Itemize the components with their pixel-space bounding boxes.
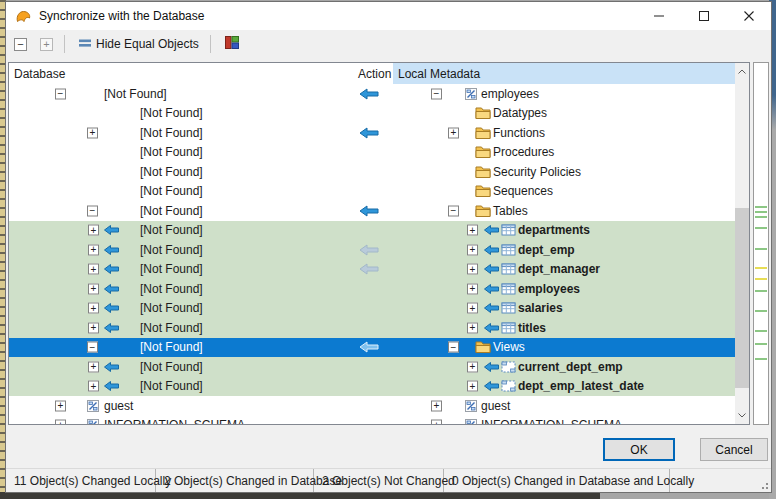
sync-direction-arrow-icon	[104, 381, 119, 391]
tree-row[interactable]: [Not Found]Security Policies	[9, 162, 735, 182]
tree-label: current_dept_emp	[518, 360, 623, 374]
tree-row[interactable]: +[Not Found]+salaries	[9, 299, 735, 319]
tree-row[interactable]: +[Not Found]+dept_emp_latest_date	[9, 377, 735, 397]
expander-expand-icon[interactable]: +	[448, 127, 459, 138]
tree-label: guest	[481, 399, 510, 413]
collapse-all-button[interactable]: −	[9, 32, 32, 56]
expander-expand-icon[interactable]: +	[88, 381, 99, 392]
tree-label: [Not Found]	[140, 243, 203, 257]
sync-direction-arrow-icon	[104, 264, 119, 274]
expander-expand-icon[interactable]: +	[467, 361, 478, 372]
maximize-button[interactable]	[681, 2, 726, 30]
ok-button[interactable]: OK	[603, 438, 675, 461]
expander-expand-icon[interactable]: +	[88, 283, 99, 294]
expander-expand-icon[interactable]: +	[467, 225, 478, 236]
window-title: Synchronize with the Database	[39, 9, 204, 23]
expander-expand-icon[interactable]: +	[88, 303, 99, 314]
tree-label: [Not Found]	[140, 321, 203, 335]
tree-label: Functions	[493, 126, 545, 140]
expand-all-button[interactable]: +	[35, 32, 58, 56]
close-button[interactable]	[726, 2, 771, 30]
tree-row[interactable]: [Not Found]Datatypes	[9, 104, 735, 124]
expander-collapse-icon[interactable]: −	[87, 205, 98, 216]
expander-expand-icon[interactable]: +	[55, 420, 66, 424]
expander-collapse-icon[interactable]: −	[448, 205, 459, 216]
column-colors-button[interactable]	[220, 32, 244, 56]
tree-row[interactable]: −[Not Found]−Tables	[9, 201, 735, 221]
scroll-up-button[interactable]	[735, 63, 749, 80]
scroll-down-button[interactable]	[735, 407, 749, 424]
tree-label: titles	[518, 321, 546, 335]
expander-expand-icon[interactable]: +	[467, 283, 478, 294]
sync-direction-arrow-icon	[104, 245, 119, 255]
tree-row[interactable]: +[Not Found]+employees	[9, 279, 735, 299]
expander-expand-icon[interactable]: +	[467, 322, 478, 333]
tree-label: [Not Found]	[140, 282, 203, 296]
cancel-button[interactable]: Cancel	[700, 438, 768, 461]
tree-row[interactable]: +[Not Found]+Functions	[9, 123, 735, 143]
vertical-scrollbar[interactable]	[735, 63, 749, 424]
schema-icon	[86, 418, 100, 424]
expander-expand-icon[interactable]: +	[88, 361, 99, 372]
resize-grip[interactable]	[759, 480, 769, 490]
expander-expand-icon[interactable]: +	[88, 225, 99, 236]
expander-expand-icon[interactable]: +	[467, 381, 478, 392]
expander-expand-icon[interactable]: +	[431, 420, 442, 424]
tree-row[interactable]: +[Not Found]+departments	[9, 221, 735, 241]
column-header-action: Action	[358, 63, 391, 84]
tree-row[interactable]: −[Not Found]−employees	[9, 84, 735, 104]
hide-equal-objects-button[interactable]: Hide Equal Objects	[74, 32, 204, 56]
tree-row[interactable]: +[Not Found]+current_dept_emp	[9, 357, 735, 377]
expander-expand-icon[interactable]: +	[467, 244, 478, 255]
expand-all-icon: +	[40, 38, 53, 51]
tree-label: [Not Found]	[140, 379, 203, 393]
expander-collapse-icon[interactable]: −	[448, 342, 459, 353]
expander-expand-icon[interactable]: +	[55, 400, 66, 411]
tree-row[interactable]: [Not Found]Sequences	[9, 182, 735, 202]
tree-label: [Not Found]	[140, 301, 203, 315]
expander-expand-icon[interactable]: +	[431, 400, 442, 411]
sync-direction-arrow-icon	[104, 303, 119, 313]
sync-direction-arrow-icon	[104, 284, 119, 294]
change-marker	[755, 310, 767, 312]
tree-row[interactable]: +[Not Found]+titles	[9, 318, 735, 338]
action-arrow-icon[interactable]	[359, 263, 379, 275]
minimize-button[interactable]	[636, 2, 681, 30]
expander-collapse-icon[interactable]: −	[431, 88, 442, 99]
tree-row[interactable]: +[Not Found]+dept_emp	[9, 240, 735, 260]
tree-label: salaries	[518, 301, 563, 315]
expander-expand-icon[interactable]: +	[467, 303, 478, 314]
change-marker	[755, 290, 767, 292]
collapse-all-icon: −	[14, 38, 27, 51]
action-arrow-icon[interactable]	[359, 341, 379, 353]
tree-row[interactable]: +[Not Found]+dept_manager	[9, 260, 735, 280]
status-changed-locally: 11 Object(s) Changed Locally	[6, 469, 156, 492]
schema-icon	[464, 399, 478, 413]
expander-expand-icon[interactable]: +	[467, 264, 478, 275]
expander-expand-icon[interactable]: +	[87, 127, 98, 138]
expander-collapse-icon[interactable]: −	[87, 342, 98, 353]
expander-expand-icon[interactable]: +	[88, 322, 99, 333]
tree-label: [Not Found]	[140, 262, 203, 276]
scrollbar-thumb[interactable]	[735, 208, 749, 388]
action-arrow-icon[interactable]	[359, 205, 379, 217]
titlebar: Synchronize with the Database	[6, 2, 771, 30]
folder-icon	[475, 126, 491, 139]
table-icon	[501, 263, 516, 276]
action-arrow-icon[interactable]	[359, 88, 379, 100]
equal-bars-icon	[79, 37, 91, 51]
folder-icon	[475, 107, 491, 120]
tree-header: Database Action Local Metadata	[9, 63, 735, 85]
expander-expand-icon[interactable]: +	[88, 244, 99, 255]
expander-expand-icon[interactable]: +	[88, 264, 99, 275]
tree-label: Security Policies	[493, 165, 581, 179]
action-arrow-icon[interactable]	[359, 244, 379, 256]
action-arrow-icon[interactable]	[359, 127, 379, 139]
tree-label: [Not Found]	[140, 145, 203, 159]
tree-label: employees	[481, 87, 539, 101]
tree-row[interactable]: +guest+guest	[9, 396, 735, 416]
tree-row[interactable]: [Not Found]Procedures	[9, 143, 735, 163]
tree-row[interactable]: −[Not Found]−Views	[9, 338, 735, 358]
expander-collapse-icon[interactable]: −	[55, 88, 66, 99]
tree-row[interactable]: +INFORMATION_SCHEMA+INFORMATION_SCHEMA	[9, 416, 735, 425]
